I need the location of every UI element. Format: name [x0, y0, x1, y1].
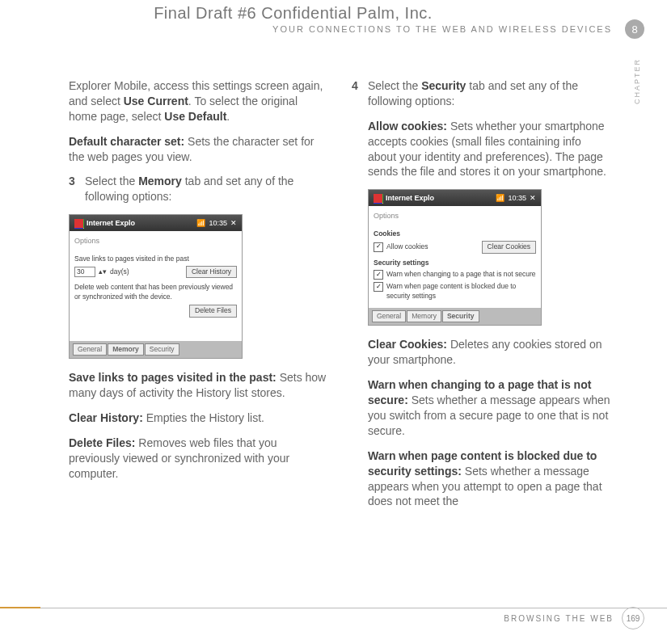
footer-section-label: BROWSING THE WEB	[504, 614, 614, 623]
header-main-text: Final Draft #6 Confidential Palm, Inc.	[0, 4, 618, 23]
windows-flag-icon	[74, 219, 83, 228]
step-number: 4	[352, 78, 368, 109]
page-footer: BROWSING THE WEB 169	[504, 607, 644, 629]
step-3: 3 Select the Memory tab and set any of t…	[69, 174, 327, 204]
para: Default character set: Sets the characte…	[69, 134, 327, 165]
delete-files-button: Delete Files	[189, 305, 237, 317]
memory-options-screenshot: Internet Explo 📶 10:35 ✕ Options Save li…	[69, 214, 327, 359]
security-options-screenshot: Internet Explo 📶 10:35 ✕ Options Cookies…	[368, 189, 610, 326]
signal-icon: 📶	[196, 218, 205, 228]
right-column: 4 Select the Security tab and set any of…	[352, 78, 610, 519]
para: Warn when changing to a page that is not…	[368, 377, 610, 439]
page-header: Final Draft #6 Confidential Palm, Inc. Y…	[0, 0, 667, 34]
signal-icon: 📶	[496, 193, 504, 203]
mock-titlebar: Internet Explo 📶 10:35 ✕	[369, 190, 541, 206]
checkbox-icon	[374, 282, 383, 292]
para: Allow cookies: Sets whether your smartph…	[368, 119, 610, 180]
footer-accent	[0, 607, 40, 608]
step-4: 4 Select the Security tab and set any of…	[352, 78, 610, 109]
clear-history-button: Clear History	[186, 266, 237, 278]
para: Delete Files: Removes web files that you…	[69, 436, 327, 482]
para: Warn when page content is blocked due to…	[368, 448, 610, 510]
step-body: Select the Security tab and set any of t…	[368, 78, 610, 109]
close-icon: ✕	[230, 218, 237, 228]
step-number: 3	[69, 174, 85, 204]
step-body: Select the Memory tab and set any of the…	[85, 174, 327, 204]
mock-tabs: General Memory Security	[369, 308, 541, 325]
mock-titlebar: Internet Explo 📶 10:35 ✕	[70, 215, 242, 231]
mock-tabs: General Memory Security	[70, 341, 242, 358]
chapter-label: CHAPTER	[633, 58, 641, 104]
page-number-badge: 169	[622, 607, 644, 629]
checkbox-icon	[374, 270, 383, 280]
para: Save links to pages visited in the past:…	[69, 370, 327, 401]
windows-flag-icon	[374, 194, 382, 203]
spinner-icon: ▴▾	[99, 267, 107, 276]
para: Clear Cookies: Deletes any cookies store…	[368, 337, 610, 368]
chapter-number-badge: 8	[625, 19, 644, 39]
para: Explorer Mobile, access this settings sc…	[69, 78, 327, 124]
para: Clear History: Empties the History list.	[69, 410, 327, 426]
header-sub-text: YOUR CONNECTIONS TO THE WEB AND WIRELESS…	[0, 24, 618, 34]
left-column: Explorer Mobile, access this settings sc…	[69, 78, 327, 519]
close-icon: ✕	[530, 193, 536, 203]
content-columns: Explorer Mobile, access this settings sc…	[0, 34, 667, 519]
checkbox-icon	[374, 242, 383, 252]
clear-cookies-button: Clear Cookies	[482, 241, 536, 253]
